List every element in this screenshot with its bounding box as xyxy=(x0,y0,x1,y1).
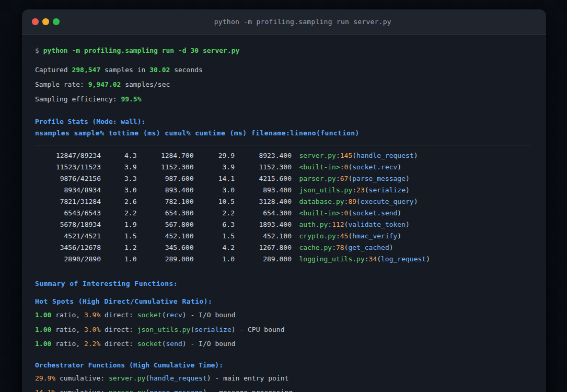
stats-table: 12847/892344.31284.70029.98923.400server… xyxy=(35,150,533,265)
text-segment: samples in xyxy=(100,66,149,74)
hot-spots-title: Hot Spots (High Direct/Cumulative Ratio)… xyxy=(35,296,533,307)
location-colon: : xyxy=(365,255,369,263)
cell-nsamples: 4521/4521 xyxy=(35,230,101,242)
cell-tottime: 1284.700 xyxy=(137,150,194,162)
text-segment: ( xyxy=(162,311,166,319)
traffic-lights xyxy=(22,18,60,25)
stats-row: 3456/126781.2345.6004.21267.800cache.py:… xyxy=(35,242,533,253)
text-segment: 3.9% xyxy=(84,311,100,319)
text-segment: serialize xyxy=(194,326,231,333)
text-segment: 1.00 xyxy=(35,326,51,333)
location-lineno: 67 xyxy=(340,175,349,182)
cell-nsamples: 6543/6543 xyxy=(35,207,101,219)
cell-sample-pct: 1.5 xyxy=(101,230,137,242)
command-line: $ python -m profiling.sampling run -d 30… xyxy=(35,45,533,56)
cell-location: database.py:89(execute_query) xyxy=(299,196,418,207)
location-function: execute_query xyxy=(361,198,414,205)
location-function: parse_message xyxy=(352,175,406,182)
cell-cumul-pct: 3.0 xyxy=(194,185,235,196)
cell-sample-pct: 2.6 xyxy=(101,196,137,207)
text-segment: - CPU bound xyxy=(236,326,285,333)
cell-nsamples: 11523/11523 xyxy=(35,162,101,173)
stats-row: 5678/189341.9567.8006.31893.400auth.py:1… xyxy=(35,219,533,230)
cell-tottime: 782.100 xyxy=(137,196,194,207)
cell-sample-pct: 1.0 xyxy=(101,253,137,265)
stats-row: 2890/28901.0289.0001.0289.000logging_uti… xyxy=(35,253,533,265)
table-divider xyxy=(35,145,533,145)
text-segment: 99.5% xyxy=(121,95,141,103)
location-close-paren: ) xyxy=(397,232,401,240)
cell-location: json_utils.py:23(serialize) xyxy=(299,185,410,196)
stats-row: 12847/892344.31284.70029.98923.400server… xyxy=(35,150,533,162)
cell-cumul-pct: 2.2 xyxy=(194,207,235,219)
hot-spot-item: 1.00 ratio, 3.9% direct: socket(recv) - … xyxy=(35,309,533,321)
cell-sample-pct: 3.0 xyxy=(101,185,137,196)
stats-row: 6543/65432.2654.3002.2654.300<built-in>:… xyxy=(35,207,533,219)
cell-cumtime: 654.300 xyxy=(235,207,292,219)
location-function: handle_request xyxy=(356,152,414,159)
cell-tottime: 345.600 xyxy=(137,242,194,253)
text-segment: direct: xyxy=(100,340,137,348)
location-filename: logging_utils.py xyxy=(299,255,365,263)
location-open-paren: ( xyxy=(356,198,361,205)
text-segment: json_utils.py xyxy=(137,326,191,333)
cell-nsamples: 8934/8934 xyxy=(35,185,101,196)
cell-cumtime: 452.100 xyxy=(235,230,292,242)
location-function: get_cached xyxy=(348,244,389,251)
cell-nsamples: 9876/42156 xyxy=(35,173,101,185)
terminal-body[interactable]: $ python -m profiling.sampling run -d 30… xyxy=(22,34,546,392)
command-text: python -m profiling.sampling run -d 30 s… xyxy=(43,47,240,54)
location-lineno: 145 xyxy=(340,152,352,159)
stats-row: 11523/115233.91152.3003.91152.300<built-… xyxy=(35,162,533,173)
location-lineno: 112 xyxy=(332,221,344,228)
cell-cumtime: 4215.600 xyxy=(235,173,292,185)
cell-location: auth.py:112(validate_token) xyxy=(299,219,410,230)
cell-tottime: 1152.300 xyxy=(137,162,194,173)
location-lineno: 23 xyxy=(356,186,365,194)
minimize-button[interactable] xyxy=(42,18,49,25)
cell-cumul-pct: 1.5 xyxy=(194,230,235,242)
text-segment: 14.1% xyxy=(35,388,55,392)
hot-spot-item: 1.00 ratio, 2.2% direct: socket(send) - … xyxy=(35,338,533,350)
cell-cumtime: 289.000 xyxy=(235,253,292,265)
orchestrators-title: Orchestrator Functions (High Cumulative … xyxy=(35,360,533,371)
location-lineno: 45 xyxy=(340,232,349,240)
location-open-paren: ( xyxy=(352,152,356,159)
cell-location: <built-in>:0(socket.send) xyxy=(299,207,402,219)
sampling-efficiency-line: Sampling efficiency: 99.5% xyxy=(35,94,533,105)
location-lineno: 78 xyxy=(336,244,344,251)
location-filename: cache.py xyxy=(299,244,332,251)
location-filename: <built-in> xyxy=(299,209,340,217)
text-segment: send xyxy=(166,340,182,348)
stats-row: 4521/45211.5452.1001.5452.100crypto.py:4… xyxy=(35,230,533,242)
location-close-paren: ) xyxy=(397,163,401,171)
location-colon: : xyxy=(336,152,340,159)
cell-cumul-pct: 14.1 xyxy=(194,173,235,185)
cell-nsamples: 3456/12678 xyxy=(35,242,101,253)
text-segment: 1.00 xyxy=(35,311,51,319)
cell-cumul-pct: 6.3 xyxy=(194,219,235,230)
cell-cumul-pct: 3.9 xyxy=(194,162,235,173)
close-button[interactable] xyxy=(32,18,39,25)
cell-sample-pct: 3.3 xyxy=(101,173,137,185)
text-segment: - message processing xyxy=(207,388,293,392)
cell-sample-pct: 4.3 xyxy=(101,150,137,162)
location-colon: : xyxy=(340,163,344,171)
cell-cumtime: 1893.400 xyxy=(235,219,292,230)
location-lineno: 34 xyxy=(369,255,377,263)
cell-nsamples: 2890/2890 xyxy=(35,253,101,265)
cell-nsamples: 7821/31284 xyxy=(35,196,101,207)
cell-sample-pct: 2.2 xyxy=(101,207,137,219)
cell-cumtime: 893.400 xyxy=(235,185,292,196)
text-segment: Captured xyxy=(35,66,72,74)
cell-tottime: 567.800 xyxy=(137,219,194,230)
zoom-button[interactable] xyxy=(53,18,60,25)
titlebar[interactable]: python -m profiling.sampling run server.… xyxy=(22,9,546,34)
desktop: python -m profiling.sampling run server.… xyxy=(0,0,567,392)
location-colon: : xyxy=(332,244,336,251)
location-close-paren: ) xyxy=(389,244,394,251)
cell-tottime: 987.600 xyxy=(137,173,194,185)
location-lineno: 89 xyxy=(348,198,356,205)
text-segment: direct: xyxy=(100,311,137,319)
location-close-paren: ) xyxy=(414,152,418,159)
